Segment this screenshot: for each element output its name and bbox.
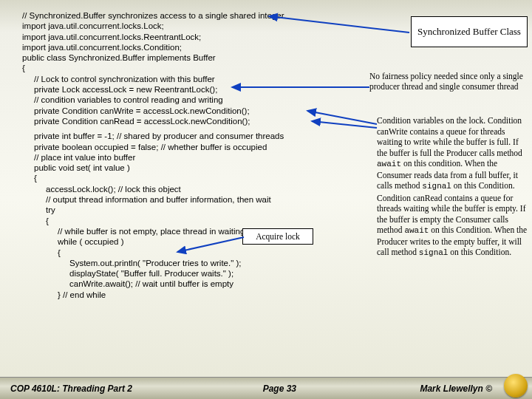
callout-acquire-text: Acquire lock [256, 232, 300, 241]
code-line: displayState( "Buffer full. Producer wai… [22, 268, 355, 279]
t: on this Condition. [448, 248, 511, 256]
code-line: try [22, 205, 355, 215]
code-line: { [22, 173, 355, 183]
code-line: private boolean occupied = false; // whe… [22, 142, 355, 152]
code-line: import java.util.concurrent.locks.Reentr… [22, 32, 355, 42]
callout-acquire-lock: Acquire lock [242, 228, 313, 245]
code-line: // output thread information and buffer … [22, 194, 355, 205]
code-line: public class Synchronized.Buffer impleme… [22, 52, 355, 63]
code-line: canWrite.await(); // wait until buffer i… [22, 279, 355, 289]
code-line: // Lock to control synchronization with … [22, 74, 355, 84]
code-line: private Condition canWrite = accessLock.… [22, 106, 355, 116]
title-callout-text: Synchronized Buffer Class [417, 26, 521, 38]
t: await [377, 160, 401, 168]
t: signal [419, 248, 449, 257]
slide-frame: Synchronized Buffer Class // Synchronize… [12, 6, 532, 372]
code-line: { [22, 216, 355, 226]
code-line: // place int value into buffer [22, 152, 355, 163]
footer-course: COP 4610L: Threading Part 2 [10, 383, 208, 394]
code-line: import java.util.concurrent.locks.Lock; [22, 21, 355, 31]
code-line: System.out.println( "Producer tries to w… [22, 258, 355, 268]
t: Condition variables on the lock. Conditi… [377, 116, 522, 157]
slide-footer: COP 4610L: Threading Part 2 Page 33 Mark… [0, 377, 532, 399]
callout-condition: Condition variables on the lock. Conditi… [377, 115, 529, 259]
callout-fairness-text: No fairness policy needed since only a s… [369, 72, 523, 91]
title-callout: Synchronized Buffer Class [411, 16, 528, 47]
t: on this Condition. [451, 181, 515, 190]
code-line: { [22, 63, 355, 73]
code-line: // Synchronized.Buffer synchronizes acce… [22, 10, 355, 21]
callout-fairness: No fairness policy needed since only a s… [369, 71, 525, 92]
code-line: private Lock accessLock = new ReentrantL… [22, 84, 355, 95]
code-listing: // Synchronized.Buffer synchronizes acce… [22, 10, 355, 300]
t: await [404, 226, 429, 235]
code-line: private Condition canRead = accessLock.n… [22, 116, 355, 126]
code-line: public void set( int value ) [22, 163, 355, 173]
code-line: private int buffer = -1; // shared by pr… [22, 131, 355, 141]
code-line: // condition variables to control readin… [22, 95, 355, 105]
footer-page: Page 33 [208, 383, 350, 394]
ucf-crest-icon [504, 374, 528, 398]
code-line: } // end while [22, 290, 355, 300]
code-line: accessLock.lock(); // lock this object [22, 184, 355, 194]
code-line: import java.util.concurrent.locks.Condit… [22, 42, 355, 52]
t: signal [422, 182, 451, 191]
footer-author: Mark Llewellyn © [350, 383, 522, 394]
code-line: { [22, 248, 355, 258]
